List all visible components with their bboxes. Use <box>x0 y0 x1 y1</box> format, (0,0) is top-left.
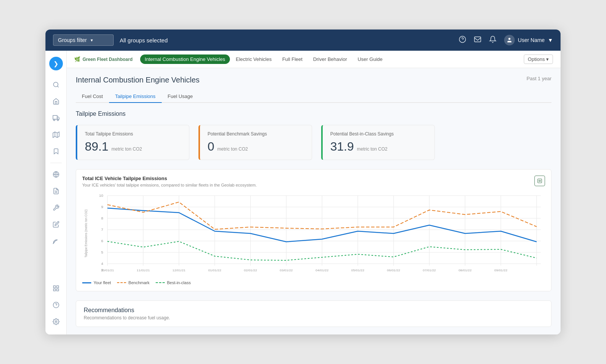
mail-icon[interactable] <box>474 36 481 45</box>
svg-text:7: 7 <box>101 227 103 231</box>
sidebar-item-help[interactable] <box>49 298 63 312</box>
sidebar-item-wrench[interactable] <box>49 201 63 215</box>
groups-filter-button[interactable]: Groups filter ▼ <box>53 34 114 46</box>
metric-label-total: Total Tailpipe Emissions <box>85 131 181 137</box>
sidebar-item-bookmark[interactable] <box>49 145 63 158</box>
sidebar: ❯ <box>45 51 67 334</box>
avatar <box>504 35 515 45</box>
recommendations-subtitle: Recommendations to decrease fuel usage. <box>84 315 544 320</box>
svg-rect-19 <box>56 289 58 291</box>
sidebar-item-globe[interactable] <box>49 168 63 181</box>
sidebar-item-apps[interactable] <box>49 282 63 295</box>
content-area: 🌿 Green Fleet Dashboard Internal Combust… <box>67 51 561 334</box>
svg-text:08/01/22: 08/01/22 <box>459 268 472 272</box>
svg-point-8 <box>53 119 55 121</box>
chart-container: Total ICE Vehicle Tailpipe Emissions You… <box>76 169 551 291</box>
svg-text:10/01/21: 10/01/21 <box>101 268 114 272</box>
logo-text: Green Fleet Dashboard <box>83 57 133 62</box>
user-name: User Name <box>518 37 545 43</box>
legend-label-your-fleet: Your fleet <box>94 280 111 285</box>
tab-ev[interactable]: Electric Vehicles <box>231 54 276 64</box>
groups-filter-label: Groups filter <box>58 37 87 43</box>
header: Groups filter ▼ All groups selected User… <box>45 30 561 51</box>
main-layout: ❯ <box>45 51 561 334</box>
svg-text:5: 5 <box>101 250 103 254</box>
sub-tab-tailpipe[interactable]: Tailpipe Emissions <box>109 90 162 103</box>
sidebar-item-report[interactable] <box>49 184 63 198</box>
sidebar-item-map[interactable] <box>49 128 63 142</box>
tab-user-guide[interactable]: User Guide <box>353 54 387 64</box>
svg-text:04/01/22: 04/01/22 <box>315 268 329 272</box>
svg-text:09/01/22: 09/01/22 <box>494 268 508 272</box>
logo-leaf-icon: 🌿 <box>74 56 80 62</box>
svg-text:4: 4 <box>101 261 103 265</box>
sidebar-item-truck[interactable] <box>49 111 63 125</box>
sidebar-item-search[interactable] <box>49 78 63 92</box>
chart-header: Total ICE Vehicle Tailpipe Emissions You… <box>82 176 545 192</box>
page-header: Internal Combustion Engine Vehicles Past… <box>76 76 551 84</box>
tab-full-fleet[interactable]: Full Fleet <box>278 54 307 64</box>
user-menu[interactable]: User Name ▼ <box>504 35 553 45</box>
svg-text:Tailpipe Emissions (metric ton: Tailpipe Emissions (metric ton CO2) <box>84 209 88 257</box>
svg-text:11/01/21: 11/01/21 <box>137 268 150 272</box>
all-groups-text: All groups selected <box>120 37 453 44</box>
legend-line-solid <box>82 282 91 283</box>
legend-line-dashed <box>117 282 126 283</box>
svg-text:12/01/21: 12/01/21 <box>172 268 186 272</box>
sidebar-item-edit[interactable] <box>49 218 63 231</box>
sidebar-toggle-button[interactable]: ❯ <box>49 57 63 70</box>
metric-unit-bestin: metric ton CO2 <box>357 146 387 152</box>
sub-tab-fuel-usage[interactable]: Fuel Usage <box>162 90 199 103</box>
sidebar-item-settings[interactable] <box>49 315 63 328</box>
sidebar-item-leaf[interactable] <box>49 234 63 248</box>
metric-value-benchmark: 0 metric ton CO2 <box>208 140 304 154</box>
legend-your-fleet: Your fleet <box>82 280 111 285</box>
sub-tabs: Fuel Cost Tailpipe Emissions Fuel Usage <box>76 90 551 103</box>
metric-bestin-savings: Potential Best-in-Class Savings 31.9 met… <box>321 125 435 160</box>
chart-title: Total ICE Vehicle Tailpipe Emissions <box>82 176 257 181</box>
metric-label-bestin: Potential Best-in-Class Savings <box>330 131 427 137</box>
header-icons: User Name ▼ <box>459 35 553 45</box>
legend-benchmark: Benchmark <box>117 280 150 285</box>
svg-point-4 <box>53 82 58 87</box>
chart-export-button[interactable] <box>534 176 545 186</box>
svg-marker-7 <box>57 117 59 119</box>
legend-label-benchmark: Benchmark <box>128 280 150 285</box>
tab-ice-vehicles[interactable]: Internal Combustion Engine Vehicles <box>140 54 230 64</box>
sub-tab-fuel-cost[interactable]: Fuel Cost <box>76 90 109 103</box>
svg-point-3 <box>509 38 511 40</box>
svg-rect-6 <box>53 115 57 119</box>
section-title: Tailpipe Emissions <box>76 110 551 117</box>
svg-rect-18 <box>56 286 58 288</box>
recommendations-title: Recommendations <box>84 307 544 314</box>
metric-number-total: 89.1 <box>85 140 108 154</box>
nav-tabs: Internal Combustion Engine Vehicles Elec… <box>140 54 516 64</box>
recommendations-section: Recommendations Recommendations to decre… <box>76 300 551 327</box>
tab-driver-behavior[interactable]: Driver Behavior <box>309 54 352 64</box>
svg-point-9 <box>57 119 59 121</box>
legend-line-dotted <box>156 282 165 283</box>
svg-rect-17 <box>53 286 55 288</box>
chart-svg: 10 9 8 7 6 5 4 3 <box>82 192 545 275</box>
options-button[interactable]: Options ▾ <box>524 54 553 64</box>
chart-subtitle: Your ICE vehicles' total tailpipe emissi… <box>82 183 257 187</box>
metric-label-benchmark: Potential Benchmark Savings <box>208 131 304 137</box>
svg-text:06/01/22: 06/01/22 <box>387 268 400 272</box>
svg-text:9: 9 <box>101 205 103 208</box>
app-window: Groups filter ▼ All groups selected User… <box>45 30 561 334</box>
metric-value-total: 89.1 metric ton CO2 <box>85 140 181 154</box>
svg-rect-20 <box>53 289 55 291</box>
metric-number-bestin: 31.9 <box>330 140 354 154</box>
svg-text:03/01/22: 03/01/22 <box>280 268 293 272</box>
svg-text:6: 6 <box>101 239 103 243</box>
help-icon[interactable] <box>459 36 466 45</box>
svg-rect-24 <box>538 179 542 183</box>
legend-best-in-class: Best-in-class <box>156 280 191 285</box>
date-range: Past 1 year <box>526 76 551 81</box>
metric-unit-benchmark: metric ton CO2 <box>217 146 248 152</box>
sidebar-item-home[interactable] <box>49 95 63 108</box>
svg-text:8: 8 <box>101 216 103 220</box>
bell-icon[interactable] <box>489 36 497 45</box>
page-content: Internal Combustion Engine Vehicles Past… <box>67 68 561 334</box>
svg-rect-2 <box>475 37 481 42</box>
